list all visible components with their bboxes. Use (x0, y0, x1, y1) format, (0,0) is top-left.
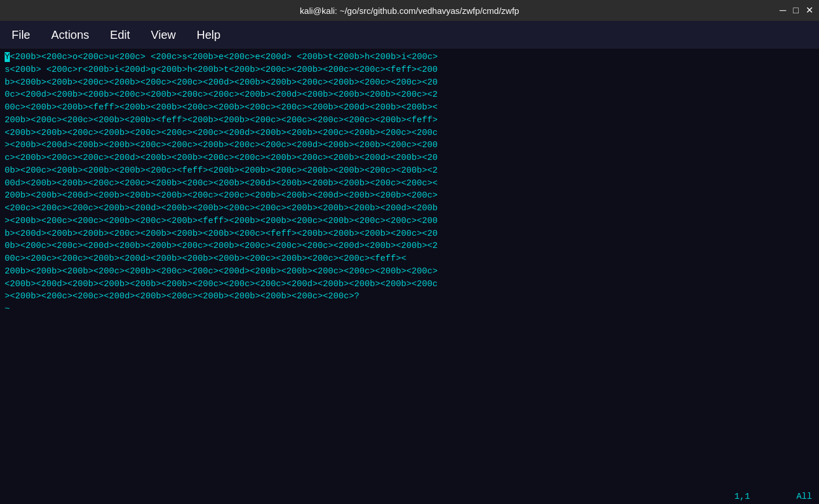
menu-edit[interactable]: Edit (105, 26, 134, 44)
editor-line-17: 00c><200c><200c><200b><200d><200b><200b>… (5, 253, 814, 265)
status-bar: 1,1 All (0, 490, 819, 504)
editor-line-4: 0c><200d><200b><200b><200c><200b><200c><… (5, 89, 814, 101)
content-area: Y<200b><200c>o<200c>u<200c> <200c>s<200b… (0, 49, 819, 490)
title-bar-buttons: ─ □ ✕ (780, 6, 813, 15)
editor-line-6: 200b><200c><200c><200b><200b><feff><200b… (5, 114, 814, 127)
title-bar: kali@kali: ~/go/src/github.com/vedhavyas… (0, 0, 819, 21)
editor-line-11: 00d><200b><200b><200c><200c><200b><200c>… (5, 177, 814, 190)
editor-line-20: ><200b><200c><200c><200d><200b><200c><20… (5, 290, 814, 303)
minimize-button[interactable]: ─ (780, 6, 786, 15)
editor-line-3: b><200b><200b><200c><200b><200c><200c><2… (5, 76, 814, 89)
editor-line-14: ><200b><200c><200c><200b><200c><200b><fe… (5, 215, 814, 228)
editor-line-1: Y<200b><200c>o<200c>u<200c> <200c>s<200b… (5, 51, 814, 64)
menu-bar: File Actions Edit View Help (0, 21, 819, 49)
cursor-position: 1,1 (734, 492, 750, 502)
editor-content[interactable]: Y<200b><200c>o<200c>u<200c> <200c>s<200b… (5, 51, 814, 487)
editor-line-19: <200b><200d><200b><200b><200b><200b><200… (5, 278, 814, 291)
window-title: kali@kali: ~/go/src/github.com/vedhavyas… (300, 6, 519, 16)
editor-line-8: ><200b><200d><200b><200b><200c><200c><20… (5, 139, 814, 152)
view-mode: All (796, 492, 812, 502)
maximize-button[interactable]: □ (793, 6, 799, 15)
editor-line-7: <200b><200b><200c><200b><200c><200c><200… (5, 127, 814, 140)
menu-help[interactable]: Help (192, 26, 225, 44)
menu-view[interactable]: View (146, 26, 180, 44)
editor-line-18: 200b><200b><200b><200c><200b><200c><200c… (5, 265, 814, 278)
editor-line-12: 200b><200b><200d><200b><200b><200b><200c… (5, 189, 814, 202)
editor-line-2: s<200b> <200c>r<200b>i<200d>g<200b>h<200… (5, 64, 814, 76)
editor-line-10: 0b><200c><200b><200b><200b><200c><feff><… (5, 165, 814, 177)
editor-line-16: 0b><200c><200c><200d><200b><200b><200c><… (5, 240, 814, 253)
editor-line-13: <200c><200c><200c><200b><200d><200b><200… (5, 202, 814, 215)
editor-line-5: 00c><200b><200b><feff><200b><200b><200c>… (5, 101, 814, 114)
editor-line-9: c><200b><200c><200c><200d><200b><200b><2… (5, 152, 814, 165)
tilde-line: ~ (5, 303, 814, 316)
close-button[interactable]: ✕ (806, 6, 813, 15)
cursor: Y (5, 52, 10, 62)
editor-line-15: b><200d><200b><200b><200c><200b><200b><2… (5, 228, 814, 240)
menu-actions[interactable]: Actions (46, 26, 94, 44)
menu-file[interactable]: File (7, 26, 35, 44)
